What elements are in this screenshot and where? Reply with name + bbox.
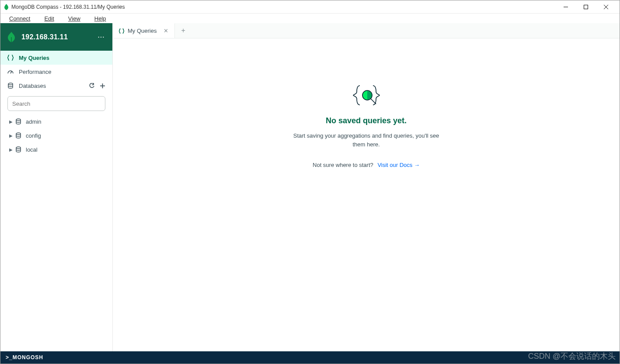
empty-state-description: Start saving your aggregations and find … <box>288 132 445 149</box>
close-tab-icon[interactable]: ✕ <box>164 28 168 34</box>
chevron-right-icon: ▶ <box>9 119 15 124</box>
menubar: Connect Edit View Help <box>0 14 620 23</box>
db-item-admin[interactable]: ▶ admin <box>0 114 112 128</box>
empty-state-hint: Not sure where to start? <box>313 162 373 168</box>
app-logo-icon <box>4 4 9 10</box>
window-title: MongoDB Compass - 192.168.31.11/My Queri… <box>11 4 125 10</box>
refresh-icon[interactable] <box>89 83 94 89</box>
svg-point-9 <box>16 119 21 121</box>
connection-header[interactable]: 192.168.31.11 ⋯ <box>0 23 112 51</box>
svg-line-5 <box>10 71 12 73</box>
svg-point-6 <box>8 83 13 85</box>
search-input[interactable] <box>7 96 105 111</box>
database-icon <box>15 146 23 153</box>
empty-state: No saved queries yet. Start saving your … <box>113 38 620 351</box>
chevron-right-icon: ▶ <box>9 133 15 138</box>
database-icon <box>15 118 23 125</box>
sidebar: 192.168.31.11 ⋯ My Queries Performance D… <box>0 23 113 351</box>
sidebar-item-label: Databases <box>19 83 46 89</box>
db-item-local[interactable]: ▶ local <box>0 142 112 156</box>
connection-host: 192.168.31.11 <box>21 33 98 41</box>
braces-icon <box>119 28 124 34</box>
database-icon <box>7 83 15 89</box>
db-name: config <box>26 132 41 139</box>
mongosh-bar[interactable]: >_MONGOSH <box>0 351 620 364</box>
minimize-button[interactable] <box>556 0 576 14</box>
empty-state-icon <box>349 82 384 108</box>
svg-point-11 <box>16 147 21 149</box>
sidebar-item-label: Performance <box>19 69 51 75</box>
sidebar-item-my-queries[interactable]: My Queries <box>0 51 112 65</box>
db-item-config[interactable]: ▶ config <box>0 128 112 142</box>
content-area: My Queries ✕ + No saved queries yet. <box>113 23 620 351</box>
close-button[interactable] <box>596 0 616 14</box>
sidebar-item-databases[interactable]: Databases <box>0 79 112 93</box>
plus-icon[interactable] <box>100 83 105 89</box>
mongosh-label: >_MONGOSH <box>6 354 43 361</box>
menu-help[interactable]: Help <box>91 15 110 22</box>
tab-bar: My Queries ✕ + <box>113 23 620 38</box>
svg-point-10 <box>16 133 21 135</box>
svg-line-13 <box>371 99 376 104</box>
connection-menu-icon[interactable]: ⋯ <box>98 33 105 41</box>
menu-connect[interactable]: Connect <box>6 15 34 22</box>
svg-rect-1 <box>584 5 588 9</box>
chevron-right-icon: ▶ <box>9 147 15 152</box>
db-name: local <box>26 146 38 153</box>
empty-state-title: No saved queries yet. <box>326 116 407 125</box>
mongodb-leaf-icon <box>7 32 15 42</box>
menu-edit[interactable]: Edit <box>41 15 57 22</box>
menu-view[interactable]: View <box>65 15 84 22</box>
titlebar: MongoDB Compass - 192.168.31.11/My Queri… <box>0 0 620 14</box>
braces-icon <box>7 55 15 61</box>
sidebar-item-label: My Queries <box>19 55 49 61</box>
database-icon <box>15 132 23 139</box>
tab-label: My Queries <box>128 28 157 34</box>
sidebar-item-performance[interactable]: Performance <box>0 65 112 79</box>
visit-docs-link[interactable]: Visit our Docs → <box>377 162 420 168</box>
db-name: admin <box>26 118 41 125</box>
tab-my-queries[interactable]: My Queries ✕ <box>113 23 175 38</box>
maximize-button[interactable] <box>576 0 596 14</box>
add-tab-button[interactable]: + <box>175 23 191 38</box>
gauge-icon <box>7 69 15 75</box>
